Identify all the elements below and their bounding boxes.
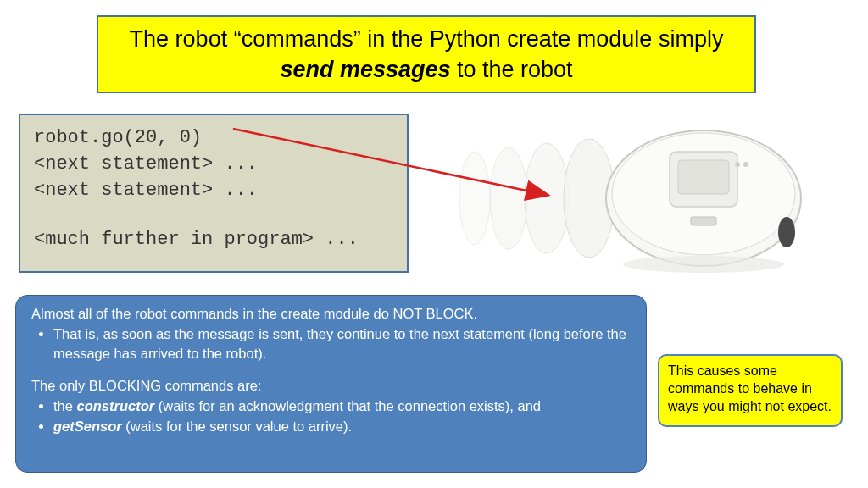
b2-emph: constructor (77, 398, 155, 413)
svg-point-1 (490, 147, 527, 249)
b3-emph: getSensor (53, 419, 122, 434)
robot-svg (424, 114, 822, 274)
svg-point-9 (735, 162, 740, 167)
title-pre: The robot “commands” in the Python creat… (130, 26, 724, 52)
side-note-text: This causes some commands to behave in w… (668, 363, 832, 413)
blue-para-1: Almost all of the robot commands in the … (31, 304, 631, 323)
b2-pre: the (53, 398, 77, 413)
side-note: This causes some commands to behave in w… (658, 354, 843, 427)
svg-point-12 (623, 256, 784, 273)
svg-point-0 (459, 152, 490, 245)
blue-bullet-2: the constructor (waits for an acknowledg… (53, 396, 631, 415)
blue-list-2: the constructor (waits for an acknowledg… (31, 396, 631, 436)
code-line-2: <next statement> ... (34, 152, 393, 178)
blue-para-2: The only BLOCKING commands are: (31, 376, 631, 395)
code-line-3: <next statement> ... (34, 178, 393, 204)
title-text: The robot “commands” in the Python creat… (124, 24, 729, 86)
code-spacer (34, 203, 393, 227)
code-box: robot.go(20, 0) <next statement> ... <ne… (19, 114, 409, 273)
robot-illustration (424, 114, 822, 274)
blue-bullet-1: That is, as soon as the message is sent,… (53, 324, 631, 363)
blue-list-1: That is, as soon as the message is sent,… (31, 324, 631, 363)
code-line-4: <much further in program> ... (34, 227, 393, 253)
blue-spacer (31, 369, 631, 376)
svg-rect-8 (691, 217, 716, 225)
title-post: to the robot (451, 57, 573, 82)
svg-point-10 (743, 162, 748, 167)
svg-point-11 (778, 217, 795, 247)
svg-rect-7 (678, 160, 729, 194)
explanation-box: Almost all of the robot commands in the … (15, 295, 647, 473)
title-box: The robot “commands” in the Python creat… (97, 15, 756, 93)
svg-point-2 (525, 143, 569, 253)
b2-post: (waits for an acknowledgment that the co… (154, 398, 541, 413)
b3-post: (waits for the sensor value to arrive). (122, 419, 352, 434)
blue-bullet-3: getSensor (waits for the sensor value to… (53, 417, 631, 435)
title-emphasis: send messages (280, 57, 450, 82)
code-line-1: robot.go(20, 0) (34, 125, 393, 152)
robot-body-icon (606, 130, 801, 273)
